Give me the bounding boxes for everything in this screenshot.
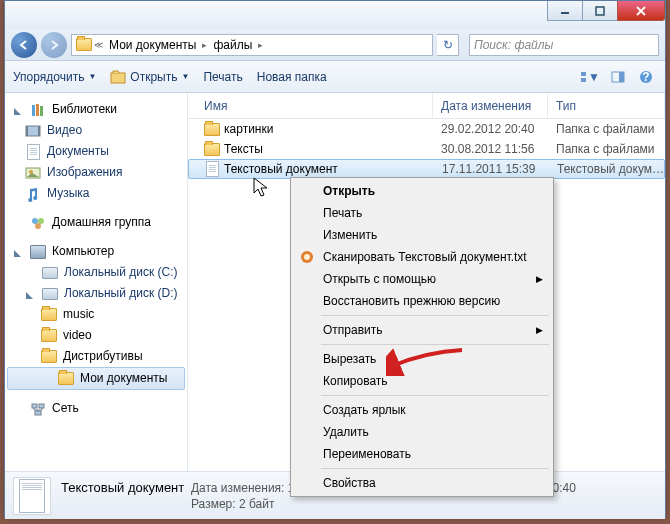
svg-rect-2 <box>111 73 125 83</box>
svg-rect-11 <box>32 105 35 116</box>
svg-rect-13 <box>40 106 43 116</box>
minimize-button[interactable] <box>547 1 583 21</box>
open-icon <box>110 69 126 85</box>
file-row[interactable]: Текстовый документ17.11.2011 15:39Тексто… <box>188 159 665 179</box>
svg-rect-8 <box>619 72 624 82</box>
expand-icon <box>13 104 24 115</box>
print-button[interactable]: Печать <box>203 70 242 84</box>
ctx-shortcut[interactable]: Создать ярлык <box>293 399 551 421</box>
organize-button[interactable]: Упорядочить▼ <box>13 70 96 84</box>
breadcrumb-seg[interactable]: файлы <box>209 38 256 52</box>
ctx-sendto[interactable]: Отправить▶ <box>293 319 551 341</box>
nav-folder-music[interactable]: music <box>5 304 187 325</box>
breadcrumb-seg[interactable]: Мои документы <box>105 38 200 52</box>
svg-rect-23 <box>39 404 44 408</box>
forward-button[interactable] <box>41 32 67 58</box>
nav-folder-video[interactable]: video <box>5 325 187 346</box>
expand-icon <box>25 288 36 299</box>
chevron-down-icon: ▼ <box>181 72 189 81</box>
file-row[interactable]: картинки29.02.2012 20:40Папка с файлами <box>188 119 665 139</box>
folder-icon <box>204 121 220 137</box>
file-icon <box>204 161 220 177</box>
file-type: Текстовый докум… <box>549 162 664 176</box>
file-name: Тексты <box>224 142 263 156</box>
scan-icon <box>299 249 315 265</box>
svg-rect-1 <box>596 7 604 15</box>
address-bar: ≪ Мои документы ▸ файлы ▸ ↻ Поиск: файлы <box>5 29 665 61</box>
folder-icon <box>41 307 57 323</box>
computer-icon <box>30 244 46 260</box>
svg-point-19 <box>32 218 38 224</box>
nav-homegroup[interactable]: Домашняя группа <box>5 212 187 233</box>
context-menu: Открыть Печать Изменить Сканировать Текс… <box>290 177 554 497</box>
chevron-icon: ≪ <box>92 40 105 50</box>
nav-network[interactable]: Сеть <box>5 398 187 419</box>
nav-folder-distrib[interactable]: Дистрибутивы <box>5 346 187 367</box>
folder-icon <box>76 37 92 53</box>
new-folder-button[interactable]: Новая папка <box>257 70 327 84</box>
col-type[interactable]: Тип <box>548 93 665 118</box>
chevron-down-icon: ▼ <box>588 70 600 84</box>
ctx-print[interactable]: Печать <box>293 202 551 224</box>
toolbar: Упорядочить▼ Открыть▼ Печать Новая папка… <box>5 61 665 93</box>
drive-icon <box>42 286 58 302</box>
back-button[interactable] <box>11 32 37 58</box>
nav-folder-mydocs[interactable]: Мои документы <box>7 367 185 390</box>
ctx-cut[interactable]: Вырезать <box>293 348 551 370</box>
file-name: картинки <box>224 122 273 136</box>
column-headers: Имя Дата изменения Тип <box>188 93 665 119</box>
help-button[interactable]: ? <box>635 67 657 87</box>
chevron-right-icon: ▸ <box>256 40 265 50</box>
view-controls: ▼ ? <box>579 67 657 87</box>
nav-documents[interactable]: Документы <box>5 141 187 162</box>
svg-rect-12 <box>36 104 39 116</box>
ctx-openwith[interactable]: Открыть с помощью▶ <box>293 268 551 290</box>
preview-pane-button[interactable] <box>607 67 629 87</box>
close-button[interactable] <box>617 1 665 21</box>
nav-pictures[interactable]: Изображения <box>5 162 187 183</box>
separator <box>321 315 549 316</box>
ctx-scan[interactable]: Сканировать Текстовый документ.txt <box>293 246 551 268</box>
search-input[interactable]: Поиск: файлы <box>469 34 659 56</box>
ctx-delete[interactable]: Удалить <box>293 421 551 443</box>
view-mode-button[interactable]: ▼ <box>579 67 601 87</box>
expand-icon <box>13 246 24 257</box>
nav-drive-d[interactable]: Локальный диск (D:) <box>5 283 187 304</box>
submenu-arrow-icon: ▶ <box>536 274 543 284</box>
svg-point-26 <box>304 254 310 260</box>
svg-rect-0 <box>561 12 569 14</box>
col-name[interactable]: Имя <box>188 93 433 118</box>
nav-drive-c[interactable]: Локальный диск (C:) <box>5 262 187 283</box>
ctx-properties[interactable]: Свойства <box>293 472 551 494</box>
nav-libraries[interactable]: Библиотеки <box>5 99 187 120</box>
svg-rect-24 <box>35 411 41 415</box>
chevron-right-icon: ▸ <box>200 40 209 50</box>
nav-videos[interactable]: Видео <box>5 120 187 141</box>
svg-point-20 <box>38 218 44 224</box>
maximize-button[interactable] <box>582 1 618 21</box>
ctx-edit[interactable]: Изменить <box>293 224 551 246</box>
refresh-button[interactable]: ↻ <box>437 34 459 56</box>
separator <box>321 468 549 469</box>
svg-rect-22 <box>32 404 37 408</box>
svg-rect-14 <box>26 126 40 136</box>
open-button[interactable]: Открыть▼ <box>110 69 189 85</box>
file-row[interactable]: Тексты30.08.2012 11:56Папка с файлами <box>188 139 665 159</box>
separator <box>321 395 549 396</box>
music-icon <box>25 186 41 202</box>
breadcrumb[interactable]: ≪ Мои документы ▸ файлы ▸ <box>71 34 433 56</box>
ctx-restore[interactable]: Восстановить прежнюю версию <box>293 290 551 312</box>
col-date[interactable]: Дата изменения <box>433 93 548 118</box>
nav-music[interactable]: Музыка <box>5 183 187 204</box>
submenu-arrow-icon: ▶ <box>536 325 543 335</box>
folder-icon <box>41 328 57 344</box>
ctx-copy[interactable]: Копировать <box>293 370 551 392</box>
chevron-down-icon: ▼ <box>88 72 96 81</box>
ctx-rename[interactable]: Переименовать <box>293 443 551 465</box>
svg-rect-16 <box>38 126 40 136</box>
folder-icon <box>41 349 57 365</box>
ctx-open[interactable]: Открыть <box>293 180 551 202</box>
folder-icon <box>58 371 74 387</box>
svg-rect-3 <box>581 72 586 76</box>
nav-computer[interactable]: Компьютер <box>5 241 187 262</box>
